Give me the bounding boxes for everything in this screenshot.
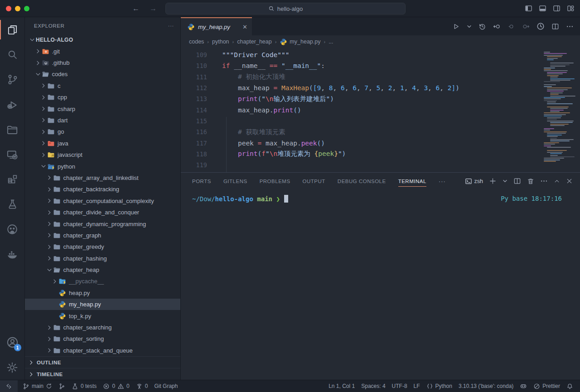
encoding[interactable]: UTF-8 — [389, 380, 411, 392]
tree-item-chapter-graph[interactable]: chapter_graph — [25, 230, 180, 241]
tree-item-codes[interactable]: codes — [25, 68, 180, 80]
run-dropdown-icon[interactable] — [467, 24, 472, 29]
tree-item-chapter-stack-and-queue[interactable]: chapter_stack_and_queue — [25, 345, 180, 356]
sidebar-more-actions-button[interactable]: ··· — [168, 23, 174, 29]
tree-item--pycache-[interactable]: __pycache__ — [25, 276, 180, 287]
close-tab-icon[interactable]: ✕ — [242, 24, 247, 30]
problems[interactable]: 00 — [100, 380, 132, 392]
eol[interactable]: LF — [411, 380, 423, 392]
run-icon[interactable] — [452, 23, 460, 30]
section-timeline[interactable]: TIMELINE — [25, 368, 180, 380]
kill-terminal-icon[interactable] — [527, 178, 534, 185]
minimap[interactable] — [543, 52, 573, 163]
tree-item-chapter-backtracking[interactable]: chapter_backtracking — [25, 184, 180, 195]
toggle-secondary-sidebar-button-icon[interactable] — [553, 5, 561, 12]
tree-item-my-heap-py[interactable]: my_heap.py — [25, 299, 180, 310]
history-icon[interactable] — [478, 23, 486, 30]
nav-back-icon[interactable] — [493, 23, 501, 30]
shell-selector[interactable]: zsh — [465, 178, 483, 185]
activity-test-beaker[interactable] — [0, 192, 25, 217]
indentation[interactable]: Spaces: 4 — [358, 380, 388, 392]
nav-forward-button[interactable]: → — [150, 5, 157, 13]
tree-item-chapter-sorting[interactable]: chapter_sorting — [25, 333, 180, 344]
panel-tab-gitlens[interactable]: GITLENS — [223, 173, 247, 189]
minimize-window-button[interactable] — [15, 6, 20, 11]
test-status[interactable]: 0 tests — [68, 380, 100, 392]
breadcrumb-item-chapter-heap[interactable]: chapter_heap — [237, 39, 271, 45]
language-mode[interactable]: Python — [423, 380, 455, 392]
tree-item-hello-algo[interactable]: HELLO-ALGO — [25, 34, 180, 45]
tree-item-chapter-searching[interactable]: chapter_searching — [25, 322, 180, 333]
panel-tab-ports[interactable]: PORTS — [192, 173, 211, 189]
tree-item-chapter-dynamic-programming[interactable]: chapter_dynamic_programming — [25, 218, 180, 229]
tree-item-cpp[interactable]: cpp — [25, 92, 180, 103]
close-window-button[interactable] — [6, 6, 11, 11]
activity-settings-gear[interactable] — [0, 355, 25, 380]
activity-files[interactable] — [0, 17, 25, 42]
terminal-profile-dropdown-icon[interactable] — [503, 179, 508, 184]
nav-forward-icon[interactable] — [522, 23, 530, 30]
breadcrumb-item-python[interactable]: python — [212, 39, 229, 45]
tree-item-chapter-hashing[interactable]: chapter_hashing — [25, 252, 180, 264]
git-graph-label[interactable]: Git Graph — [151, 380, 181, 392]
tree-item-chapter-heap[interactable]: chapter_heap — [25, 264, 180, 276]
activity-docker[interactable] — [0, 242, 25, 266]
terminal[interactable]: ~/Dow/hello-algo main ❯ Py base 18:17:16 — [181, 189, 580, 380]
activity-extensions[interactable] — [0, 167, 25, 192]
nav-circle-icon[interactable] — [508, 23, 515, 30]
tree-item-csharp[interactable]: csharp — [25, 103, 180, 114]
tree-item-java[interactable]: java — [25, 138, 180, 149]
git-branch[interactable]: main — [19, 380, 55, 392]
tab-my-heap-py[interactable]: my_heap.py ✕ — [181, 17, 252, 35]
panel-tab-debug-console[interactable]: DEBUG CONSOLE — [338, 173, 386, 189]
breadcrumb-item-my-heap-py[interactable]: my_heap.py — [280, 38, 320, 46]
split-editor-icon[interactable] — [551, 23, 559, 30]
tree-item-chapter-computational-complexity[interactable]: chapter_computational_complexity — [25, 195, 180, 207]
tree-item-top-k-py[interactable]: top_k.py — [25, 310, 180, 321]
copilot[interactable] — [517, 380, 530, 392]
more-icon[interactable] — [566, 23, 574, 30]
toggle-panel-button-icon[interactable] — [539, 5, 546, 12]
tree-item-python[interactable]: python — [25, 160, 180, 172]
activity-account[interactable]: 1 — [0, 330, 25, 355]
panel-tab-output[interactable]: OUTPUT — [303, 173, 325, 189]
activity-remote-explorer[interactable] — [0, 142, 25, 167]
breadcrumb-item-codes[interactable]: codes — [189, 39, 204, 45]
breadcrumb-item--[interactable]: ... — [329, 39, 333, 45]
section-outline[interactable]: OUTLINE — [25, 356, 180, 368]
activity-github[interactable] — [0, 217, 25, 242]
activity-search[interactable] — [0, 42, 25, 67]
zoom-window-button[interactable] — [24, 6, 29, 11]
close-panel-icon[interactable] — [566, 178, 573, 184]
maximize-panel-icon[interactable] — [554, 178, 560, 184]
cursor-position[interactable]: Ln 1, Col 1 — [325, 380, 358, 392]
panel-tab-problems[interactable]: PROBLEMS — [260, 173, 290, 189]
prettier[interactable]: Prettier — [530, 380, 563, 392]
git-graph-button[interactable] — [55, 380, 68, 392]
activity-run-debug[interactable] — [0, 92, 25, 117]
panel-more-tabs-button[interactable]: ··· — [439, 173, 446, 189]
tree-item-chapter-array-and-linkedlist[interactable]: chapter_array_and_linkedlist — [25, 172, 180, 184]
python-interpreter[interactable]: 3.10.13 ('base': conda) — [455, 380, 517, 392]
tree-item-go[interactable]: go — [25, 126, 180, 137]
clock-circle-icon[interactable] — [536, 22, 545, 30]
tree-item-c[interactable]: c — [25, 80, 180, 92]
code-editor[interactable]: 109"""Driver Code"""110if __name__ == "_… — [181, 48, 580, 172]
tree-item-chapter-divide-and-conquer[interactable]: chapter_divide_and_conquer — [25, 207, 180, 218]
split-terminal-icon[interactable] — [513, 177, 521, 185]
panel-more-actions-icon[interactable] — [540, 177, 548, 185]
activity-project-folder[interactable] — [0, 117, 25, 142]
command-center-search[interactable]: hello-algo — [165, 3, 406, 15]
notifications[interactable] — [563, 380, 576, 392]
remote-indicator[interactable] — [0, 380, 18, 392]
tree-item-dart[interactable]: dart — [25, 115, 180, 126]
tree-item--git[interactable]: .git — [25, 45, 180, 57]
tree-item-heap-py[interactable]: heap.py — [25, 287, 180, 299]
nav-back-button[interactable]: ← — [132, 5, 140, 13]
tree-item-javascript[interactable]: JSjavascript — [25, 149, 180, 160]
tree-item--github[interactable]: .github — [25, 57, 180, 68]
toggle-sidebar-button-icon[interactable] — [525, 5, 532, 12]
activity-source-control[interactable] — [0, 67, 25, 92]
ports[interactable]: 0 — [133, 380, 151, 392]
customize-layout-button-icon[interactable] — [567, 5, 575, 12]
